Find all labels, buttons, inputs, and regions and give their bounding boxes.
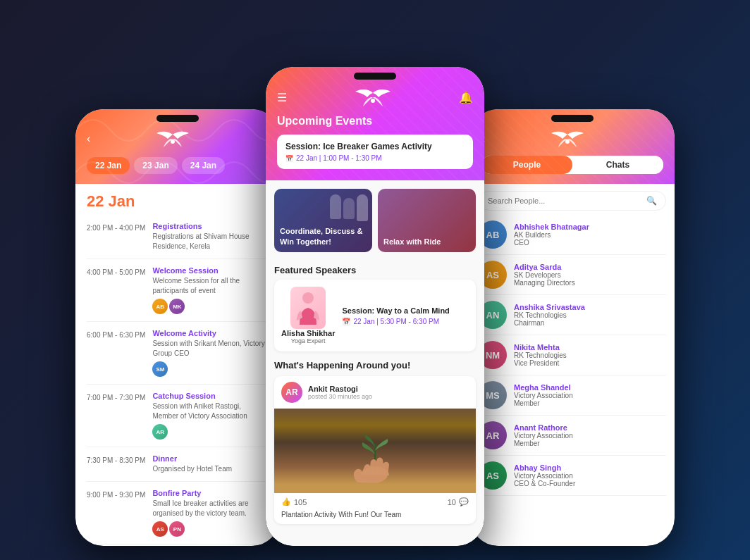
schedule-desc-6: Small Ice breaker activities are organis… xyxy=(152,499,269,518)
schedule-details-3: Welcome Activity Session with Srikant Me… xyxy=(152,329,269,377)
post-avatar: AR xyxy=(281,382,302,403)
avatar-as: AS xyxy=(152,521,168,537)
events-body: Coordinate, Discuss & Win Together! Rela… xyxy=(266,180,484,546)
people-logo xyxy=(550,129,585,149)
person-name-nikita: Nikita Mehta xyxy=(514,343,567,351)
schedule-title-registrations[interactable]: Registrations xyxy=(152,222,269,230)
schedule-title-dinner[interactable]: Dinner xyxy=(152,454,269,463)
calendar-icon: 📅 xyxy=(285,155,293,162)
person-info-nikita: Nikita Mehta RK Technologies Vice Presid… xyxy=(514,343,567,367)
tab-people[interactable]: People xyxy=(481,156,572,174)
schedule-details-5: Dinner Organised by Hotel Team xyxy=(152,454,269,474)
schedule-item-registrations[interactable]: 2:00 PM - 4:00 PM Registrations Registra… xyxy=(87,215,269,259)
schedule-desc-5: Organised by Hotel Team xyxy=(152,464,269,474)
person-item-anshika[interactable]: AN Anshika Srivastava RK Technologies Ch… xyxy=(479,295,666,335)
schedule-item-welcome-session[interactable]: 4:00 PM - 5:00 PM Welcome Session Welcom… xyxy=(87,259,269,322)
center-phone: ☰ 🔔 Upcoming Events Session: I xyxy=(266,67,484,546)
events-header: ☰ 🔔 Upcoming Events Session: I xyxy=(266,67,484,180)
person-name-megha: Megha Shandel xyxy=(514,383,573,392)
person-name-aditya: Aditya Sarda xyxy=(514,263,575,271)
person-item-abhay[interactable]: AS Abhay Singh Victory Association CEO &… xyxy=(479,456,666,496)
date-tabs: 22 Jan 23 Jan 24 Jan xyxy=(87,157,269,174)
like-icon: 👍 xyxy=(281,497,291,506)
person-item-nikita[interactable]: NM Nikita Mehta RK Technologies Vice Pre… xyxy=(479,335,666,375)
person-role-aditya: Managing Directors xyxy=(514,279,575,287)
schedule-item-bonfire[interactable]: 9:00 PM - 9:30 PM Bonfire Party Small Ic… xyxy=(87,482,269,545)
post-author-info: Ankit Rastogi posted 30 minutes ago xyxy=(308,385,372,400)
person-org-anant: Victory Association xyxy=(514,432,573,440)
speaker-session: Session: Way to a Calm Mind 📅 22 Jan | 5… xyxy=(342,306,469,325)
schedule-time-5: 7:30 PM - 8:30 PM xyxy=(87,454,145,474)
event-card-title: Session: Ice Breaker Games Activity xyxy=(285,142,465,151)
schedule-header-top: ‹ xyxy=(87,129,269,149)
schedule-title-welcome-session[interactable]: Welcome Session xyxy=(152,266,269,275)
calendar-icon-speaker: 📅 xyxy=(342,318,350,325)
post-time: posted 30 minutes ago xyxy=(308,393,372,400)
people-header-row: ‹ xyxy=(481,129,663,149)
main-scene: ‹ 22 Jan 23 Jan 24 xyxy=(0,0,750,560)
avatar-pn: PN xyxy=(169,521,185,537)
happening-label: What's Happening Around you! xyxy=(274,357,476,376)
avatar-ab: AB xyxy=(152,299,168,314)
upcoming-event-card[interactable]: Session: Ice Breaker Games Activity 📅 22… xyxy=(277,135,473,169)
date-tab-23[interactable]: 23 Jan xyxy=(134,157,177,174)
notch-right xyxy=(551,115,594,122)
people-list: AB Abhishek Bhatnagar AK Builders CEO AS… xyxy=(470,215,675,546)
schedule-item-welcome-activity[interactable]: 6:00 PM - 6:30 PM Welcome Activity Sessi… xyxy=(87,322,269,385)
back-button[interactable]: ‹ xyxy=(87,132,90,145)
schedule-item-catchup[interactable]: 7:00 PM - 7:30 PM Catchup Session Sessio… xyxy=(87,385,269,447)
post-card: AR Ankit Rastogi posted 30 minutes ago xyxy=(274,376,476,524)
person-org-anshika: RK Technologies xyxy=(514,311,585,319)
schedule-title-welcome-activity[interactable]: Welcome Activity xyxy=(152,329,269,337)
schedule-details-2: Welcome Session Welcome Session for all … xyxy=(152,266,269,314)
person-item-abhishek[interactable]: AB Abhishek Bhatnagar AK Builders CEO xyxy=(479,215,666,255)
avatar-sm: SM xyxy=(152,361,168,377)
speaker-avatar-wrap: Alisha Shikhar Yoga Expert xyxy=(281,287,335,344)
tab-chats[interactable]: Chats xyxy=(572,156,663,174)
speaker-card[interactable]: Alisha Shikhar Yoga Expert Session: Way … xyxy=(274,280,476,351)
person-org-nikita: RK Technologies xyxy=(514,351,567,359)
person-name-anant: Anant Rathore xyxy=(514,423,573,432)
person-name-anshika: Anshika Srivastava xyxy=(514,303,585,311)
people-tabs: People Chats xyxy=(481,156,663,174)
speaker-session-title: Session: Way to a Calm Mind xyxy=(342,306,469,315)
person-role-megha: Member xyxy=(514,399,573,407)
bell-icon[interactable]: 🔔 xyxy=(459,91,473,104)
person-org-aditya: SK Developers xyxy=(514,271,575,279)
schedule-desc-3: Session with Srikant Menon, Victory Grou… xyxy=(152,339,269,359)
people-search-bar: 🔍 xyxy=(479,191,666,211)
person-role-anshika: Chairman xyxy=(514,319,585,327)
post-comments[interactable]: 10 💬 xyxy=(448,497,469,506)
people-search-input[interactable] xyxy=(488,197,642,205)
post-footer: 👍 105 10 💬 xyxy=(274,493,476,511)
schedule-title-bonfire[interactable]: Bonfire Party xyxy=(152,489,269,497)
right-phone: ‹ People Chats xyxy=(470,109,675,546)
events-header-row: ☰ 🔔 xyxy=(277,87,473,108)
schedule-title-catchup[interactable]: Catchup Session xyxy=(152,392,269,400)
schedule-time-4: 7:00 PM - 7:30 PM xyxy=(87,392,145,440)
person-item-anant[interactable]: AR Anant Rathore Victory Association Mem… xyxy=(479,416,666,456)
center-screen: ☰ 🔔 Upcoming Events Session: I xyxy=(266,67,484,546)
event-img-coordinate[interactable]: Coordinate, Discuss & Win Together! xyxy=(274,189,372,252)
schedule-avatars-4: AR xyxy=(152,424,269,440)
svg-point-0 xyxy=(171,139,175,144)
person-org-abhishek: AK Builders xyxy=(514,231,589,239)
person-info-abhay: Abhay Singh Victory Association CEO & Co… xyxy=(514,463,575,487)
person-role-nikita: Vice President xyxy=(514,359,567,367)
person-item-megha[interactable]: MS Megha Shandel Victory Association Mem… xyxy=(479,375,666,416)
date-tab-22[interactable]: 22 Jan xyxy=(87,157,130,174)
schedule-item-dinner[interactable]: 7:30 PM - 8:30 PM Dinner Organised by Ho… xyxy=(87,447,269,482)
person-info-aditya: Aditya Sarda SK Developers Managing Dire… xyxy=(514,263,575,287)
speaker-session-time: 📅 22 Jan | 5:30 PM - 6:30 PM xyxy=(342,318,469,325)
schedule-details-4: Catchup Session Session with Aniket Rast… xyxy=(152,392,269,440)
event-img-relax[interactable]: Relax with Ride xyxy=(378,189,476,252)
person-item-aditya[interactable]: AS Aditya Sarda SK Developers Managing D… xyxy=(479,255,666,295)
menu-icon[interactable]: ☰ xyxy=(277,91,287,104)
left-phone: ‹ 22 Jan 23 Jan 24 xyxy=(75,109,280,546)
notch-left xyxy=(156,115,199,122)
featured-speakers-label: Featured Speakers xyxy=(274,261,476,280)
speaker-name: Alisha Shikhar xyxy=(281,329,335,337)
post-likes[interactable]: 👍 105 xyxy=(281,497,307,506)
upcoming-label: Upcoming Events xyxy=(277,115,473,127)
date-tab-24[interactable]: 24 Jan xyxy=(182,157,225,174)
